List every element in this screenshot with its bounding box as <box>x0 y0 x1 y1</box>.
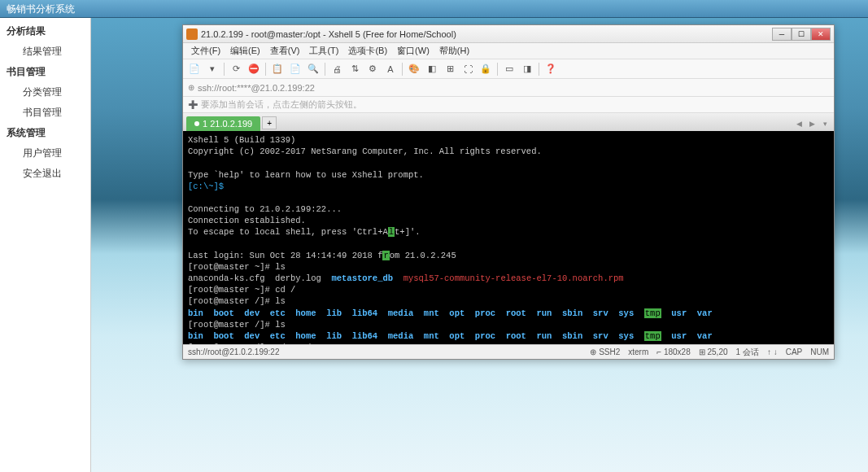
app-titlebar: 畅销书分析系统 <box>0 0 868 18</box>
hint-icon[interactable]: ➕ <box>188 100 198 109</box>
toolbar: 📄 ▾ ⟳ ⛔ 📋 📄 🔍 🖨 ⇅ ⚙ A 🎨 ◧ ⊞ ⛶ 🔒 <box>183 59 834 79</box>
copy-icon[interactable]: 📋 <box>269 62 286 76</box>
hint-bar: ➕ 要添加当前会话，点击左侧的箭头按钮。 <box>183 97 834 113</box>
transfer-icon[interactable]: ⇅ <box>347 62 363 76</box>
xshell-window: 21.0.2.199 - root@master:/opt - Xshell 5… <box>182 24 835 360</box>
close-button[interactable]: ✕ <box>811 28 831 41</box>
address-text: ssh://root:****@21.0.2.199:22 <box>198 83 315 93</box>
menu-edit[interactable]: 编辑(E) <box>225 43 265 59</box>
print-icon[interactable]: 🖨 <box>329 62 345 76</box>
dropdown-icon[interactable]: ▾ <box>204 62 220 76</box>
new-session-icon[interactable]: 📄 <box>186 62 203 76</box>
paste-icon[interactable]: 📄 <box>287 62 303 76</box>
help-icon[interactable]: ❓ <box>543 62 559 76</box>
address-icon: ⊕ <box>188 83 194 92</box>
tab-status-dot <box>194 121 199 126</box>
status-cap: CAP <box>786 347 803 356</box>
window-title: 21.0.2.199 - root@master:/opt - Xshell 5… <box>201 29 772 39</box>
lock-icon[interactable]: 🔒 <box>478 62 494 76</box>
menu-window[interactable]: 窗口(W) <box>392 43 434 59</box>
disconnect-icon[interactable]: ⛔ <box>246 62 262 76</box>
status-num: NUM <box>810 347 829 356</box>
app-icon <box>186 28 198 40</box>
menu-tabs[interactable]: 选项卡(B) <box>343 43 392 59</box>
tool4-icon[interactable]: ◨ <box>519 62 535 76</box>
status-sessions: 1 会话 <box>736 347 759 358</box>
tool1-icon[interactable]: ◧ <box>424 62 440 76</box>
sidebar-cat-system: 系统管理 <box>0 123 90 143</box>
tab-prev-icon[interactable]: ◀ <box>793 118 805 129</box>
tool2-icon[interactable]: ⊞ <box>442 62 458 76</box>
sidebar-item-book-mgmt[interactable]: 书目管理 <box>0 103 90 123</box>
desktop: 21.0.2.199 - root@master:/opt - Xshell 5… <box>91 18 868 472</box>
fullscreen-icon[interactable]: ⛶ <box>460 62 476 76</box>
hint-text: 要添加当前会话，点击左侧的箭头按钮。 <box>201 98 362 111</box>
sidebar-cat-book: 书目管理 <box>0 62 90 82</box>
menu-file[interactable]: 文件(F) <box>186 43 225 59</box>
reconnect-icon[interactable]: ⟳ <box>228 62 244 76</box>
window-titlebar[interactable]: 21.0.2.199 - root@master:/opt - Xshell 5… <box>183 25 834 43</box>
sidebar: 分析结果 结果管理 书目管理 分类管理 书目管理 系统管理 用户管理 安全退出 <box>0 18 91 472</box>
find-icon[interactable]: 🔍 <box>305 62 321 76</box>
status-connection: ssh://root@21.0.2.199:22 <box>188 347 582 356</box>
status-protocol: ⊕ SSH2 <box>590 347 620 356</box>
menu-tools[interactable]: 工具(T) <box>304 43 343 59</box>
minimize-button[interactable]: ─ <box>772 28 792 41</box>
status-size: ⌐ 180x28 <box>656 347 690 356</box>
tool3-icon[interactable]: ▭ <box>501 62 517 76</box>
status-term: xterm <box>628 347 648 356</box>
font-icon[interactable]: A <box>382 62 399 76</box>
tab-label: 1 21.0.2.199 <box>203 119 252 129</box>
properties-icon[interactable]: ⚙ <box>364 62 381 76</box>
menu-help[interactable]: 帮助(H) <box>434 43 474 59</box>
tab-next-icon[interactable]: ▶ <box>806 118 818 129</box>
tab-session-1[interactable]: 1 21.0.2.199 <box>186 116 260 131</box>
menu-view[interactable]: 查看(V) <box>265 43 305 59</box>
tab-menu-icon[interactable]: ▾ <box>819 118 831 129</box>
status-indicators: ↑ ↓ <box>767 347 778 356</box>
terminal[interactable]: Xshell 5 (Build 1339) Copyright (c) 2002… <box>183 131 834 344</box>
sidebar-item-safe-exit[interactable]: 安全退出 <box>0 164 90 184</box>
app-title: 畅销书分析系统 <box>7 3 75 15</box>
sidebar-cat-analysis: 分析结果 <box>0 21 90 42</box>
sidebar-item-result-mgmt[interactable]: 结果管理 <box>0 42 90 62</box>
status-bar: ssh://root@21.0.2.199:22 ⊕ SSH2 xterm ⌐ … <box>183 344 834 359</box>
menubar: 文件(F) 编辑(E) 查看(V) 工具(T) 选项卡(B) 窗口(W) 帮助(… <box>183 43 834 59</box>
tab-add-button[interactable]: + <box>262 116 277 129</box>
sidebar-item-user-mgmt[interactable]: 用户管理 <box>0 143 90 164</box>
tab-bar: 1 21.0.2.199 + ◀ ▶ ▾ <box>183 113 834 131</box>
maximize-button[interactable]: ☐ <box>792 28 811 41</box>
address-bar[interactable]: ⊕ ssh://root:****@21.0.2.199:22 <box>183 79 834 97</box>
status-pos: ⊞ 25,20 <box>699 347 728 356</box>
sidebar-item-category-mgmt[interactable]: 分类管理 <box>0 82 90 103</box>
color-icon[interactable]: 🎨 <box>406 62 422 76</box>
